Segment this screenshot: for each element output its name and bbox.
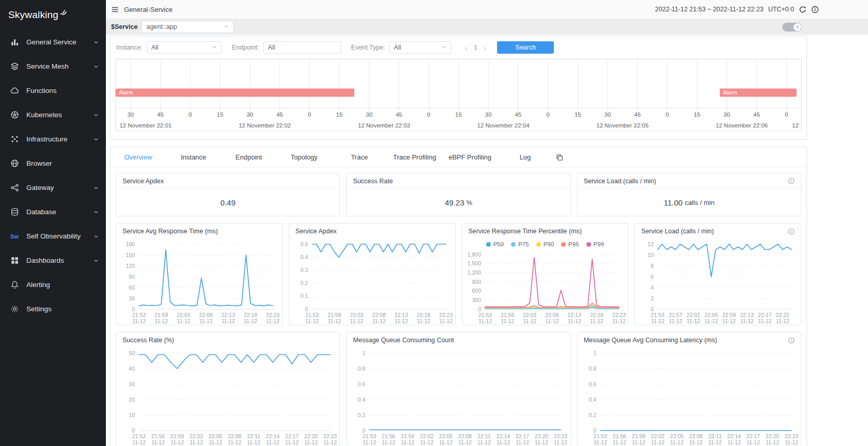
sidebar-item-label: Functions [26, 87, 57, 94]
sidebar-item-database[interactable]: Database [0, 200, 106, 224]
svg-text:11-12: 11-12 [535, 439, 548, 445]
info-icon[interactable] [788, 178, 795, 184]
alarm-bar[interactable]: Alarm [720, 88, 797, 97]
svg-text:22:02: 22:02 [651, 433, 664, 439]
refresh-icon[interactable] [799, 6, 807, 13]
card-service-apdex: Service Apdex0.49 [116, 173, 340, 216]
svg-text:21:53: 21:53 [305, 312, 319, 318]
svg-text:0.3: 0.3 [300, 267, 308, 273]
chevron-down-icon [94, 64, 99, 69]
info-icon[interactable] [788, 228, 795, 235]
svg-text:45: 45 [276, 112, 283, 118]
service-select[interactable]: agent::app [142, 21, 234, 33]
svg-text:21:56: 21:56 [613, 433, 626, 439]
svg-text:22:05: 22:05 [670, 433, 684, 439]
legend-item-p99[interactable]: P99 [586, 241, 604, 247]
sidebar-item-alerting[interactable]: Alerting [0, 273, 106, 297]
sidebar-item-service-mesh[interactable]: Service Mesh [0, 54, 106, 78]
svg-text:22:08: 22:08 [689, 433, 703, 439]
svg-text:30: 30 [723, 112, 730, 118]
tab-trace-profiling[interactable]: Trace Profiling [387, 153, 442, 161]
svg-text:22:08: 22:08 [372, 312, 385, 318]
svg-text:10: 10 [648, 252, 654, 258]
search-button[interactable]: Search [497, 41, 554, 54]
svg-text:8: 8 [650, 263, 654, 269]
svg-text:22:20: 22:20 [304, 433, 318, 439]
tab-topology[interactable]: Topology [276, 153, 332, 161]
svg-text:30: 30 [605, 112, 611, 118]
legend-item-p50[interactable]: P50 [486, 241, 504, 247]
info-icon[interactable] [788, 337, 795, 344]
svg-text:30: 30 [129, 295, 135, 301]
tab-endpoint[interactable]: Endpoint [221, 153, 276, 161]
svg-text:21:53: 21:53 [132, 312, 146, 318]
svg-text:12 November 22:03: 12 November 22:03 [358, 122, 410, 129]
endpoint-input[interactable] [264, 41, 341, 54]
svg-text:22:14: 22:14 [727, 433, 741, 439]
svg-text:120: 120 [126, 263, 135, 269]
sidebar-item-label: Service Mesh [26, 62, 69, 70]
svg-text:0.4: 0.4 [588, 396, 596, 403]
dashboard-panel: OverviewInstanceEndpointTopologyTraceTra… [110, 147, 807, 446]
prev-page-icon[interactable]: ‹ [461, 43, 471, 52]
svg-text:11-12: 11-12 [687, 318, 700, 324]
svg-text:22:11: 22:11 [478, 433, 491, 439]
topbar-right: 2022-11-12 21:53 ~ 2022-11-12 22:23 UTC+… [655, 6, 819, 13]
sidebar-item-kubernetes[interactable]: Kubernetes [0, 103, 106, 127]
sidebar-item-browser[interactable]: Browser [0, 151, 106, 176]
skywalking-logo[interactable]: Skywalking [0, 0, 106, 30]
tab-trace[interactable]: Trace [332, 153, 387, 161]
svg-text:1: 1 [362, 350, 365, 356]
event-type-select[interactable]: All [389, 41, 452, 54]
sidebar-item-gateway[interactable]: Gateway [0, 176, 106, 200]
tab-ebpf-profiling[interactable]: eBPF Profiling [442, 153, 498, 161]
svg-text:0.5: 0.5 [300, 241, 308, 247]
copy-icon[interactable] [556, 154, 563, 161]
alarm-bar[interactable]: Alarm [116, 88, 354, 97]
svg-text:21:59: 21:59 [171, 433, 184, 439]
svg-text:15: 15 [575, 112, 581, 118]
chevron-down-icon [94, 137, 99, 142]
svg-text:22:23: 22:23 [785, 433, 798, 439]
card-success-rate: Success Rate (%)0102030405021:5311-1221:… [116, 332, 340, 446]
svg-text:11-12: 11-12 [363, 439, 376, 445]
sidebar-item-settings[interactable]: Settings [0, 297, 106, 321]
legend-item-p90[interactable]: P90 [536, 241, 554, 247]
instance-select[interactable]: All [147, 41, 222, 54]
line-chart-service-avg-response-time-ms: 030609012015018021:5311-1221:5811-1222:0… [116, 239, 282, 325]
svg-text:4: 4 [650, 284, 654, 291]
svg-text:0.8: 0.8 [358, 365, 366, 372]
card-service-load-calls-min: Service Load (calls / min)11.00calls / m… [577, 173, 801, 216]
stat-unit: calls / min [685, 199, 715, 206]
bell-icon [9, 280, 20, 289]
tab-log[interactable]: Log [498, 153, 553, 161]
svg-text:11-12: 11-12 [394, 318, 408, 324]
info-icon[interactable] [811, 6, 819, 13]
svg-text:11-12: 11-12 [132, 318, 146, 324]
svg-text:12: 12 [648, 241, 654, 247]
svg-text:0.6: 0.6 [358, 381, 366, 387]
sidebar-item-self-observability[interactable]: SwSelf Observability [0, 224, 106, 248]
svg-text:22:11: 22:11 [708, 433, 722, 439]
svg-text:11-12: 11-12 [244, 318, 257, 324]
chart-row-2: Success Rate (%)0102030405021:5311-1221:… [116, 332, 801, 446]
legend-item-p75[interactable]: P75 [511, 241, 529, 247]
sidebar-item-dashboards[interactable]: Dashboards [0, 248, 106, 273]
page-number: 1 [471, 44, 480, 51]
svg-text:21:58: 21:58 [154, 312, 168, 318]
sidebar-item-general-service[interactable]: General Service [0, 30, 106, 54]
legend-item-p95[interactable]: P95 [561, 241, 579, 247]
chart-row-1: Service Avg Response Time (ms)0306090120… [116, 223, 801, 325]
svg-text:22:17: 22:17 [758, 312, 771, 318]
svg-text:0.2: 0.2 [358, 412, 366, 418]
next-page-icon[interactable]: › [480, 43, 490, 52]
sidebar-item-infrastructure[interactable]: Infrastructure [0, 127, 106, 151]
svg-text:11-12: 11-12 [458, 439, 472, 445]
svg-text:21:59: 21:59 [401, 433, 414, 439]
svg-text:1,500: 1,500 [467, 260, 481, 266]
tab-instance[interactable]: Instance [166, 153, 221, 161]
sidebar-item-functions[interactable]: Functions [0, 78, 106, 103]
menu-toggle-icon[interactable] [111, 6, 119, 13]
v-toggle[interactable]: V [782, 23, 802, 31]
tab-overview[interactable]: Overview [111, 153, 166, 161]
